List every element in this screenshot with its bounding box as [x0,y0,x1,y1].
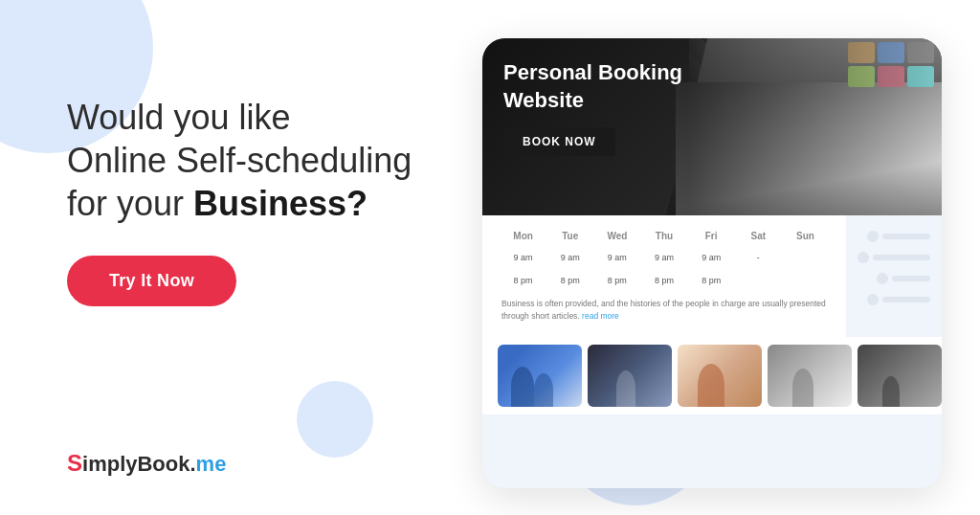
sidebar-line-4 [882,297,930,302]
time-sun-pm [784,274,827,287]
headline: Would you like Online Self-scheduling fo… [67,96,431,225]
day-wed: Wed [595,231,638,241]
time-tue-pm: 8 pm [548,274,591,287]
time-mon-pm: 8 pm [501,274,545,287]
book-now-button[interactable]: BOOK NOW [503,127,615,156]
time-sat-am: - [737,251,780,264]
headline-line3-bold: Business? [193,184,368,223]
sidebar-line-3 [892,276,930,281]
photo-thumb-3 [678,345,762,407]
time-thu-pm: 8 pm [642,274,685,287]
logo: SimplyBook.me [67,450,226,477]
time-fri-pm: 8 pm [690,274,733,287]
time-mon-am: 9 am [501,251,545,264]
hero-title-line1: Personal Booking [503,60,682,84]
hero-title: Personal Booking Website [503,59,682,114]
sidebar-line-1 [882,234,930,239]
person-3 [616,370,635,407]
thumb-inner-5 [858,345,942,407]
photo-thumb-4 [768,345,852,407]
hero-title-line2: Website [503,88,584,112]
logo-me: me [196,452,227,476]
day-tue: Tue [548,231,591,241]
thumb-inner-3 [678,345,762,407]
right-section: Personal Booking Website BOOK NOW Mon Tu… [482,19,980,498]
sidebar-icon-line-2 [858,252,930,263]
time-tue-am: 9 am [548,251,591,264]
schedule-wrapper: Mon Tue Wed Thu Fri Sat Sun 9 am 9 am 9 … [482,215,942,337]
schedule-day-headers: Mon Tue Wed Thu Fri Sat Sun [501,231,827,241]
day-sun: Sun [784,231,827,241]
sidebar-icons [846,215,942,337]
person-1 [511,367,534,407]
schedule-time-row1: 9 am 9 am 9 am 9 am 9 am - [501,251,827,264]
schedule-description: Business is often provided, and the hist… [501,298,827,326]
sidebar-icon-2 [858,252,869,263]
headline-line3-prefix: for your [67,184,193,223]
time-sat-pm [737,274,780,287]
thumb-inner-1 [498,345,582,407]
time-thu-am: 9 am [642,251,685,264]
sidebar-icon-line-4 [867,294,930,305]
logo-text: SimplyBook.me [67,450,226,477]
person-5 [792,369,813,407]
day-mon: Mon [501,231,545,241]
hero-banner: Personal Booking Website BOOK NOW [482,38,942,215]
sidebar-icon-line-3 [877,273,930,284]
day-sat: Sat [737,231,780,241]
logo-s-letter: S [67,450,82,476]
day-thu: Thu [642,231,685,241]
schedule-time-row2: 8 pm 8 pm 8 pm 8 pm 8 pm [501,274,827,287]
photo-thumb-5 [858,345,942,407]
schedule-section: Mon Tue Wed Thu Fri Sat Sun 9 am 9 am 9 … [482,215,846,337]
logo-simply: implyBook [82,452,189,476]
person-2 [534,373,553,407]
time-sun-am [784,251,827,264]
try-it-now-button[interactable]: Try It Now [67,256,236,306]
day-fri: Fri [690,231,733,241]
time-wed-am: 9 am [595,251,638,264]
read-more-link[interactable]: read more [582,311,619,321]
time-wed-pm: 8 pm [595,274,638,287]
photo-strip [482,337,942,414]
headline-line1: Would you like [67,98,290,137]
sidebar-line-2 [873,255,930,260]
thumb-inner-4 [768,345,852,407]
hero-text: Personal Booking Website BOOK NOW [503,59,682,156]
browser-mockup: Personal Booking Website BOOK NOW Mon Tu… [482,38,942,488]
left-section: Would you like Online Self-scheduling fo… [67,96,431,306]
photo-thumb-1 [498,345,582,407]
sidebar-icon-3 [877,273,888,284]
time-fri-am: 9 am [690,251,733,264]
sidebar-icon-line-1 [867,231,930,242]
sidebar-icon-1 [867,231,879,242]
headline-line2: Online Self-scheduling [67,141,412,180]
photo-thumb-2 [588,345,672,407]
sidebar-icon-4 [867,294,879,305]
person-4 [698,364,724,407]
decorative-circle-small [297,381,373,458]
thumb-inner-2 [588,345,672,407]
person-6 [882,376,900,407]
